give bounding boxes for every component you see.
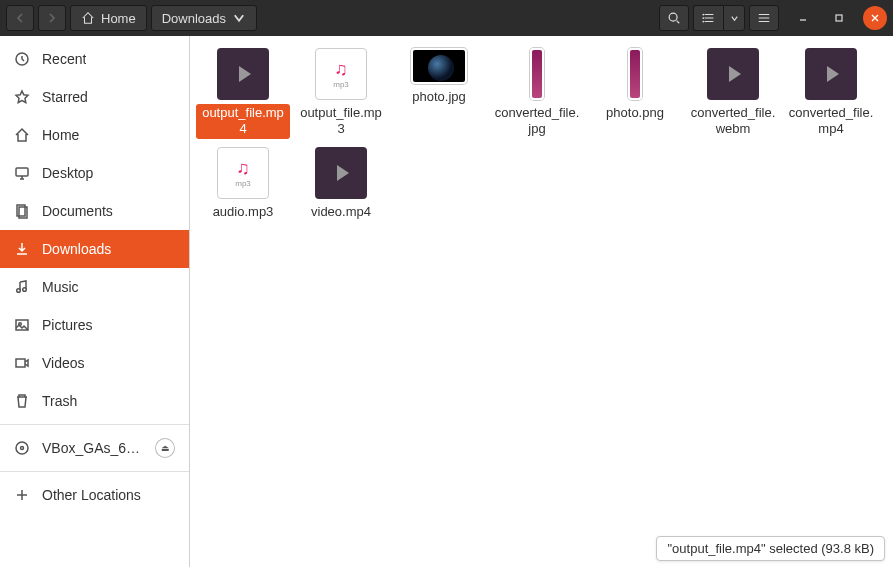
file-label: audio.mp3 [209,203,278,221]
sidebar-item-label: Music [42,279,79,295]
music-note-icon: ♫ [334,59,348,80]
file-item[interactable]: video.mp4 [292,147,390,221]
file-item[interactable]: output_file.mp4 [194,48,292,139]
file-thumbnail [628,48,642,100]
file-label: converted_file.jpg [490,104,584,139]
file-label: output_file.mp4 [196,104,290,139]
file-thumbnail [217,48,269,100]
hamburger-menu-button[interactable] [749,5,779,31]
file-label: photo.jpg [408,88,470,106]
file-thumbnail [805,48,857,100]
desktop-icon [14,165,30,181]
view-menu-group [693,5,745,31]
status-bar: "output_file.mp4" selected (93.8 kB) [656,536,885,561]
home-icon [14,127,30,143]
disc-icon [14,440,30,456]
documents-icon [14,203,30,219]
path-label: Downloads [162,11,226,26]
svg-rect-4 [836,15,842,21]
search-button[interactable] [659,5,689,31]
file-grid: output_file.mp4♫mp3output_file.mp3photo.… [190,36,893,241]
sidebar-item-label: Documents [42,203,113,219]
file-thumbnail: ♫mp3 [315,48,367,100]
sidebar-item-label: Starred [42,89,88,105]
plus-icon [14,487,30,503]
home-icon [81,11,95,25]
forward-button[interactable] [38,5,66,31]
sidebar-item-label: Downloads [42,241,111,257]
file-item[interactable]: converted_file.webm [684,48,782,139]
file-item[interactable]: photo.png [586,48,684,139]
status-text: "output_file.mp4" selected (93.8 kB) [667,541,874,556]
sidebar-item-desktop[interactable]: Desktop [0,154,189,192]
sidebar-item-starred[interactable]: Starred [0,78,189,116]
audio-ext-label: mp3 [333,80,349,89]
sidebar-item-label: Trash [42,393,77,409]
trash-icon [14,393,30,409]
file-thumbnail [411,48,467,84]
clock-icon [14,51,30,67]
view-dropdown-button[interactable] [723,5,745,31]
sidebar-item-label: VBox_GAs_6.… [42,440,143,456]
sidebar-item-undefined[interactable]: Other Locations [0,476,189,514]
file-thumbnail [707,48,759,100]
path-segment-downloads[interactable]: Downloads [151,5,257,31]
close-button[interactable] [863,6,887,30]
videos-icon [14,355,30,371]
sidebar-item-trash[interactable]: Trash [0,382,189,420]
maximize-button[interactable] [827,6,851,30]
sidebar-item-music[interactable]: Music [0,268,189,306]
eject-button[interactable]: ⏏ [155,438,175,458]
file-label: output_file.mp3 [294,104,388,139]
file-thumbnail: ♫mp3 [217,147,269,199]
music-note-icon: ♫ [236,158,250,179]
toolbar: Home Downloads [0,0,893,36]
file-label: photo.png [602,104,668,122]
sidebar-item-label: Pictures [42,317,93,333]
path-label: Home [101,11,136,26]
svg-point-2 [702,17,704,19]
path-segment-home[interactable]: Home [70,5,147,31]
sidebar-item-label: Recent [42,51,86,67]
sidebar-item-label: Desktop [42,165,93,181]
svg-point-1 [702,14,704,16]
star-icon [14,89,30,105]
file-thumbnail [530,48,544,100]
file-item[interactable]: photo.jpg [390,48,488,139]
back-button[interactable] [6,5,34,31]
sidebar-item-label: Home [42,127,79,143]
list-view-button[interactable] [693,5,723,31]
file-item[interactable]: converted_file.mp4 [782,48,880,139]
sidebar: RecentStarredHomeDesktopDocumentsDownloa… [0,36,190,567]
music-icon [14,279,30,295]
audio-ext-label: mp3 [235,179,251,188]
sidebar-item-label: Other Locations [42,487,141,503]
downloads-icon [14,241,30,257]
svg-point-3 [702,21,704,23]
sidebar-item-home[interactable]: Home [0,116,189,154]
file-label: converted_file.webm [686,104,780,139]
file-thumbnail [315,147,367,199]
sidebar-item-downloads[interactable]: Downloads [0,230,189,268]
sidebar-item-videos[interactable]: Videos [0,344,189,382]
file-item[interactable]: ♫mp3audio.mp3 [194,147,292,221]
file-item[interactable]: converted_file.jpg [488,48,586,139]
file-item[interactable]: ♫mp3output_file.mp3 [292,48,390,139]
svg-point-0 [669,13,677,21]
sidebar-item-recent[interactable]: Recent [0,40,189,78]
file-label: video.mp4 [307,203,375,221]
pictures-icon [14,317,30,333]
file-label: converted_file.mp4 [784,104,878,139]
sidebar-item-label: Videos [42,355,85,371]
sidebar-item-vbox[interactable]: VBox_GAs_6.…⏏ [0,429,189,467]
file-pane: output_file.mp4♫mp3output_file.mp3photo.… [190,36,893,567]
minimize-button[interactable] [791,6,815,30]
chevron-down-icon [232,11,246,25]
sidebar-item-documents[interactable]: Documents [0,192,189,230]
sidebar-item-pictures[interactable]: Pictures [0,306,189,344]
